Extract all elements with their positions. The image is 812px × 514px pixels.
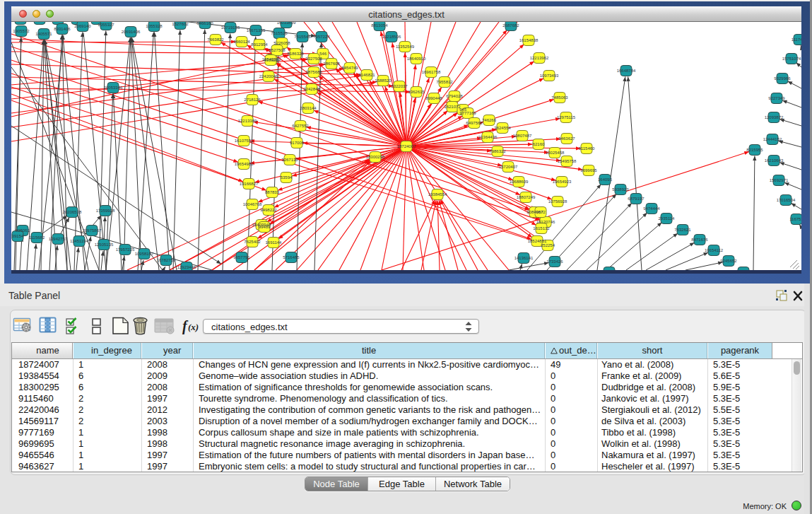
svg-text:887833: 887833 — [265, 190, 280, 194]
svg-text:15720407: 15720407 — [499, 165, 518, 169]
svg-text:1621072: 1621072 — [444, 105, 461, 109]
svg-text:10719155: 10719155 — [221, 25, 240, 30]
svg-text:10654112: 10654112 — [705, 248, 724, 252]
svg-text:1691144: 1691144 — [266, 240, 283, 245]
svg-text:16782759: 16782759 — [157, 258, 176, 262]
svg-text:7986322: 7986322 — [489, 149, 506, 153]
svg-text:9146821: 9146821 — [358, 73, 375, 77]
svg-text:12213962: 12213962 — [530, 56, 549, 60]
svg-text:11451194: 11451194 — [70, 239, 88, 243]
svg-text:9242848: 9242848 — [303, 87, 320, 91]
svg-text:12093872: 12093872 — [765, 115, 784, 119]
svg-text:21364436: 21364436 — [478, 135, 498, 139]
svg-text:8931406: 8931406 — [54, 27, 71, 31]
svg-text:16648784: 16648784 — [617, 69, 636, 73]
svg-text:9329966: 9329966 — [774, 76, 791, 81]
svg-text:39154: 39154 — [12, 234, 24, 238]
svg-text:12505135: 12505135 — [95, 243, 114, 247]
svg-text:2935114: 2935114 — [659, 216, 676, 221]
svg-text:18724007: 18724007 — [397, 144, 416, 148]
svg-text:7632621: 7632621 — [674, 228, 691, 232]
svg-text:16033809: 16033809 — [277, 22, 296, 25]
svg-text:20053346: 20053346 — [104, 86, 123, 90]
svg-text:7663822: 7663822 — [207, 37, 224, 42]
svg-text:12975115: 12975115 — [557, 115, 576, 119]
svg-text:18300295: 18300295 — [366, 155, 385, 159]
svg-text:5938923: 5938923 — [612, 187, 629, 192]
svg-text:433922: 433922 — [264, 58, 278, 62]
svg-text:7357224: 7357224 — [313, 35, 330, 39]
svg-text:16107552: 16107552 — [235, 139, 254, 143]
svg-text:164095: 164095 — [598, 177, 613, 182]
svg-text:1055328: 1055328 — [146, 24, 163, 28]
svg-text:19654923: 19654923 — [553, 180, 572, 184]
svg-text:6879197: 6879197 — [628, 197, 645, 201]
svg-text:17957225: 17957225 — [116, 247, 135, 252]
svg-text:9115460: 9115460 — [579, 146, 596, 151]
svg-text:5322037: 5322037 — [391, 84, 408, 88]
svg-text:746266: 746266 — [482, 118, 497, 122]
svg-text:(x): (x) — [188, 322, 199, 332]
svg-text:11352549: 11352549 — [396, 45, 415, 49]
svg-text:5226058: 5226058 — [273, 41, 290, 45]
svg-text:8215955: 8215955 — [746, 148, 763, 152]
svg-text:19166827: 19166827 — [240, 182, 259, 186]
svg-text:18807249: 18807249 — [517, 195, 536, 199]
svg-text:9463627: 9463627 — [558, 136, 575, 141]
svg-text:12444152: 12444152 — [763, 137, 782, 141]
svg-text:2687682: 2687682 — [502, 23, 519, 28]
svg-text:10025458: 10025458 — [546, 151, 565, 155]
svg-text:16154838: 16154838 — [519, 38, 539, 42]
svg-text:1405571: 1405571 — [35, 32, 52, 36]
svg-text:10046768: 10046768 — [243, 202, 262, 206]
svg-text:1733426: 1733426 — [546, 259, 563, 264]
svg-text:16120746: 16120746 — [536, 220, 555, 224]
svg-text:116753: 116753 — [789, 217, 801, 221]
svg-text:9227349: 9227349 — [768, 96, 785, 100]
svg-text:8990448: 8990448 — [425, 96, 442, 100]
svg-text:8912954: 8912954 — [251, 42, 268, 47]
svg-text:7515546: 7515546 — [294, 35, 311, 39]
svg-text:15495758: 15495758 — [558, 159, 577, 163]
svg-text:18640910: 18640910 — [407, 57, 426, 61]
svg-text:10807487: 10807487 — [513, 134, 532, 138]
svg-text:1362615: 1362615 — [408, 90, 425, 94]
svg-text:19384554: 19384554 — [428, 192, 447, 197]
svg-text:1905572: 1905572 — [13, 29, 30, 33]
svg-text:9498222: 9498222 — [260, 208, 277, 212]
svg-text:9245652: 9245652 — [720, 259, 737, 263]
svg-text:1527602: 1527602 — [172, 22, 189, 26]
svg-text:835061: 835061 — [16, 228, 30, 233]
svg-text:2867608: 2867608 — [323, 62, 340, 66]
svg-text:1615132: 1615132 — [533, 226, 550, 230]
svg-text:7515526: 7515526 — [271, 31, 288, 35]
svg-text:1115682: 1115682 — [29, 235, 45, 240]
svg-text:14136141: 14136141 — [514, 256, 534, 260]
svg-text:9474444: 9474444 — [643, 206, 660, 211]
svg-text:252254: 252254 — [541, 243, 555, 247]
svg-text:7955812: 7955812 — [436, 80, 453, 84]
svg-text:16671355: 16671355 — [247, 28, 266, 33]
svg-text:10958107: 10958107 — [135, 252, 154, 256]
svg-text:9327508: 9327508 — [305, 57, 322, 61]
svg-text:10756928: 10756928 — [548, 199, 567, 204]
svg-text:8186328: 8186328 — [287, 52, 304, 56]
svg-text:2069140: 2069140 — [74, 24, 91, 28]
svg-text:9657791: 9657791 — [233, 255, 250, 259]
svg-text:10688609: 10688609 — [510, 180, 529, 184]
svg-text:6794028: 6794028 — [446, 94, 463, 98]
svg-text:15751074: 15751074 — [782, 57, 801, 61]
svg-text:1588520: 1588520 — [375, 78, 392, 83]
svg-text:5716485: 5716485 — [283, 255, 300, 259]
svg-text:917006: 917006 — [290, 141, 305, 145]
svg-text:3267130: 3267130 — [281, 158, 298, 162]
svg-text:15692971: 15692971 — [770, 178, 789, 182]
svg-text:3875685: 3875685 — [305, 70, 322, 74]
svg-text:9672: 9672 — [536, 210, 546, 214]
svg-text:9777169: 9777169 — [459, 111, 476, 115]
svg-text:22420046: 22420046 — [259, 74, 278, 78]
svg-text:12923446: 12923446 — [177, 265, 196, 269]
svg-text:19654983: 19654983 — [235, 162, 254, 166]
svg-text:16210643: 16210643 — [765, 158, 784, 163]
svg-text:99489: 99489 — [259, 225, 271, 229]
